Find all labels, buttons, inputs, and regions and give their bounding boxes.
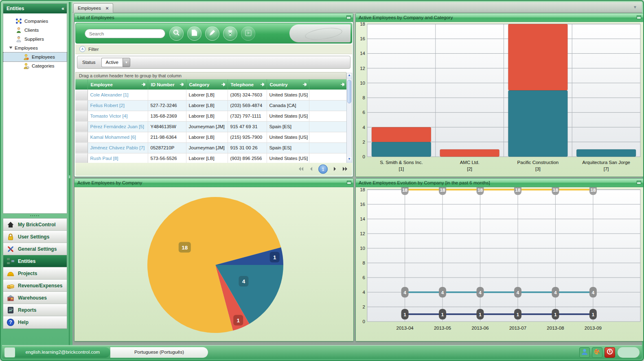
nav-item-projects[interactable]: Projects bbox=[3, 267, 67, 280]
search-button[interactable] bbox=[169, 26, 184, 41]
tree-item-clients[interactable]: Clients bbox=[3, 26, 67, 35]
employee-link[interactable]: Tomasto Victor [4] bbox=[88, 111, 148, 121]
tab-close-icon[interactable]: ✕ bbox=[105, 6, 109, 11]
edit-button[interactable] bbox=[205, 26, 219, 41]
row-handle[interactable] bbox=[75, 100, 88, 111]
row-handle[interactable] bbox=[75, 132, 88, 142]
nav-item-entities[interactable]: Entities bbox=[3, 255, 67, 267]
row-handle[interactable] bbox=[75, 153, 88, 164]
logout-button[interactable] bbox=[605, 347, 615, 358]
tree-expander-icon[interactable] bbox=[8, 46, 13, 50]
employee-link[interactable]: Rush Paul [8] bbox=[88, 153, 148, 164]
row-handle[interactable] bbox=[75, 142, 88, 153]
table-row[interactable]: Jiménez Chávez Pablo [7]05287210PJourney… bbox=[75, 142, 347, 153]
tab-label: Employees bbox=[78, 6, 101, 11]
nav-item-help[interactable]: ?Help bbox=[3, 316, 67, 328]
svg-text:2: 2 bbox=[363, 304, 365, 309]
scroll-down-icon[interactable]: ▼ bbox=[347, 157, 352, 163]
nav-item-reports[interactable]: Reports bbox=[3, 304, 67, 316]
language-selector[interactable]: Portuguese (Português) bbox=[110, 347, 208, 358]
status-dropdown-chevron-icon[interactable]: ▼ bbox=[123, 58, 130, 67]
table-row[interactable]: Felius Robert [2]527-72-3246Laborer [LB]… bbox=[75, 100, 347, 111]
scroll-up-icon[interactable]: ▲ bbox=[347, 73, 352, 79]
theme-button[interactable] bbox=[592, 347, 602, 358]
table-row[interactable]: Cole Alexander [1]Laborer [LB](305) 324-… bbox=[75, 90, 347, 100]
employee-link[interactable]: Cole Alexander [1] bbox=[88, 90, 148, 100]
tree-item-suppliers[interactable]: Suppliers bbox=[3, 35, 67, 44]
row-handle[interactable] bbox=[75, 121, 88, 132]
tree-item-categories[interactable]: Categories bbox=[3, 61, 67, 70]
cell bbox=[309, 100, 347, 111]
svg-text:0: 0 bbox=[363, 319, 365, 324]
filter-section-header[interactable]: ∧ Filter bbox=[75, 44, 352, 54]
employee-link[interactable]: Felius Robert [2] bbox=[88, 100, 148, 111]
nav-item-my-brickcontrol[interactable]: My BrickControl bbox=[3, 219, 67, 231]
first-page-icon[interactable] bbox=[298, 166, 304, 173]
tab-employees[interactable]: Employees ✕ bbox=[73, 3, 113, 13]
page-number-button[interactable]: 1 bbox=[318, 164, 328, 174]
nav-item-warehouses[interactable]: Warehouses bbox=[3, 292, 67, 304]
minimize-panel-icon[interactable] bbox=[637, 15, 641, 19]
status-dropdown[interactable]: Active ▼ bbox=[101, 58, 130, 67]
pin-icon[interactable] bbox=[260, 82, 265, 88]
column-header-extra[interactable] bbox=[309, 79, 347, 90]
pin-icon[interactable] bbox=[221, 82, 226, 88]
new-button[interactable] bbox=[187, 26, 202, 41]
sidebar-splitter-handle[interactable]: ••••• bbox=[3, 214, 67, 218]
tree-item-label: Companies bbox=[23, 19, 48, 24]
nav-item-revenue-expenses[interactable]: Revenue/Expenses bbox=[3, 280, 67, 292]
cell: Laborer [LB] bbox=[186, 90, 228, 100]
pin-icon[interactable] bbox=[141, 82, 146, 88]
svg-text:Arquitectura San Jorge: Arquitectura San Jorge bbox=[582, 160, 630, 165]
delete-button[interactable] bbox=[223, 26, 237, 41]
tree-item-companies[interactable]: Companies bbox=[3, 17, 67, 26]
cell: Spain [ES] bbox=[267, 121, 309, 132]
column-header-id-number[interactable]: ID Number bbox=[148, 79, 186, 90]
grid-scrollbar[interactable]: ▲ ▼ bbox=[346, 73, 352, 163]
pin-icon[interactable] bbox=[302, 82, 307, 88]
group-by-hint-bar[interactable]: Drag a column header here to group by th… bbox=[75, 72, 346, 79]
next-page-icon[interactable] bbox=[333, 166, 337, 173]
svg-text:6: 6 bbox=[363, 275, 365, 280]
nav-item-general-settings[interactable]: General Settings bbox=[3, 243, 67, 255]
table-row[interactable]: Rush Paul [8]573-56-5526Laborer [LB](903… bbox=[75, 153, 347, 164]
search-input[interactable] bbox=[85, 29, 165, 38]
minimize-panel-icon[interactable] bbox=[347, 181, 351, 184]
minimize-panel-icon[interactable] bbox=[346, 15, 351, 19]
employee-link[interactable]: Pérez Fernández Juan [5] bbox=[88, 121, 148, 132]
cell: United States [US] bbox=[267, 90, 309, 100]
employee-link[interactable]: Jiménez Chávez Pablo [7] bbox=[88, 142, 148, 153]
tree-item-employees[interactable]: Employees bbox=[3, 53, 67, 61]
collapse-sidebar-button[interactable]: « bbox=[61, 4, 64, 13]
column-header-category[interactable]: Category bbox=[186, 79, 228, 90]
table-row[interactable]: Tomasto Victor [4]135-68-2369Laborer [LB… bbox=[75, 111, 347, 121]
user-button[interactable] bbox=[579, 347, 590, 358]
last-page-icon[interactable] bbox=[342, 166, 348, 173]
nav-item-user-settings[interactable]: User Settings bbox=[3, 231, 67, 243]
tree-item-employees[interactable]: Employees bbox=[3, 44, 67, 53]
column-header-employee[interactable]: Employee bbox=[88, 79, 148, 90]
splitter-grip[interactable]: ‖ bbox=[69, 175, 71, 179]
prev-page-icon[interactable] bbox=[309, 166, 313, 173]
nav-item-label: Help bbox=[18, 319, 28, 325]
column-header-telephone[interactable]: Telephone bbox=[228, 79, 267, 90]
edit-pencil-icon bbox=[209, 29, 216, 38]
run-button[interactable] bbox=[241, 26, 255, 41]
column-header-label: Country bbox=[270, 82, 288, 87]
row-handle[interactable] bbox=[75, 111, 88, 121]
filter-collapse-chevron-icon[interactable]: ∧ bbox=[79, 46, 85, 52]
table-row[interactable]: Kamal Mohammed [6]211-98-6364Laborer [LB… bbox=[75, 132, 347, 142]
table-row[interactable]: Pérez Fernández Juan [5]Y4846135WJourney… bbox=[75, 121, 347, 132]
vertical-splitter[interactable]: ‖ bbox=[69, 2, 71, 346]
cell: 527-72-3246 bbox=[148, 100, 186, 111]
column-header-country[interactable]: Country bbox=[267, 79, 309, 90]
entities-panel-header: Entities « bbox=[3, 4, 67, 13]
minimize-panel-icon[interactable] bbox=[637, 181, 641, 184]
scroll-thumb[interactable] bbox=[347, 80, 351, 103]
svg-text:1: 1 bbox=[554, 312, 557, 317]
pin-icon[interactable] bbox=[340, 82, 345, 88]
employee-link[interactable]: Kamal Mohammed [6] bbox=[88, 132, 148, 142]
pin-icon[interactable] bbox=[180, 82, 184, 88]
row-handle[interactable] bbox=[75, 90, 88, 100]
tab-overflow-chevron-icon[interactable]: ▼ bbox=[633, 5, 637, 9]
